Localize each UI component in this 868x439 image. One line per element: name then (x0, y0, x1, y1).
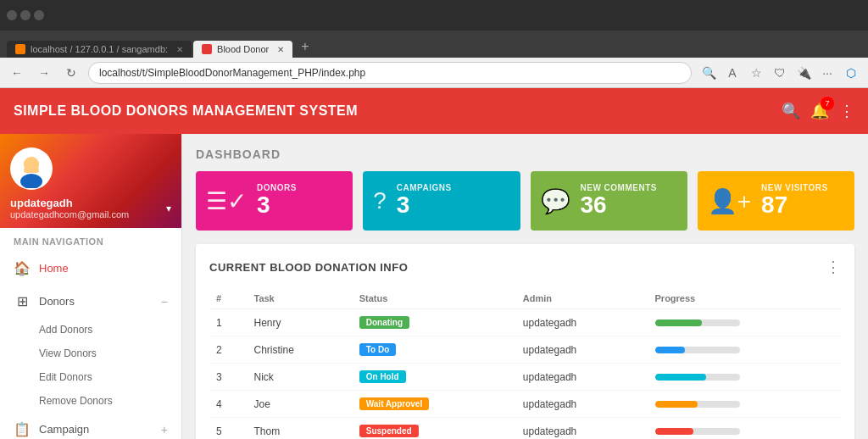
sidebar-item-home[interactable]: 🏠 Home (0, 252, 181, 285)
font-icon[interactable]: A (722, 63, 743, 83)
search-header-icon[interactable]: 🔍 (782, 102, 800, 120)
cell-progress (648, 309, 841, 336)
address-input[interactable]: localhost/t/SimpleBloodDonorManagement_P… (88, 62, 692, 84)
section-title: DASHBOARD (196, 147, 854, 161)
cell-num: 5 (209, 418, 247, 440)
maximize-btn[interactable] (20, 10, 31, 20)
cell-status: To Do (353, 336, 516, 364)
campaigns-stat-icon: ? (373, 187, 387, 214)
table-more-button[interactable]: ⋮ (826, 258, 841, 276)
progress-bar-fill (655, 320, 702, 326)
stat-card-campaigns: ? CAMPAIGNS 3 (363, 171, 520, 231)
progress-bar-bg (655, 428, 740, 435)
cell-task: Henry (247, 309, 352, 336)
app-body: updategadh updategadhcom@gmail.com ▾ MAI… (0, 134, 868, 439)
address-bar-row: ← → ↻ localhost/t/SimpleBloodDonorManage… (0, 58, 868, 88)
stat-card-donors: ☰✓ DONORS 3 (196, 171, 353, 231)
table-card: CURRENT BLOOD DONATION INFO ⋮ # Task Sta… (196, 244, 854, 439)
browser-chrome (0, 0, 868, 31)
reload-button[interactable]: ↻ (61, 63, 81, 83)
table-header: # Task Status Admin Progress (209, 288, 841, 309)
tab-close-sangam[interactable]: ✕ (176, 45, 183, 54)
app-title: SIMPLE BLOOD DONORS MANAGEMENT SYSTEM (14, 103, 358, 119)
minimize-btn[interactable] (7, 10, 17, 20)
user-info: updategadh updategadhcom@gmail.com (10, 197, 129, 220)
main-content: DASHBOARD ☰✓ DONORS 3 ? CAMPAIGNS 3 (182, 134, 868, 439)
cell-progress (648, 364, 841, 391)
col-task: Task (247, 288, 352, 309)
cell-num: 2 (209, 336, 247, 364)
sub-nav-remove-donors[interactable]: Remove Donors (0, 389, 181, 413)
cell-status: Suspended (353, 418, 516, 440)
stat-card-visitors: 👤+ NEW VISITORS 87 (698, 171, 854, 231)
progress-bar-bg (655, 320, 740, 326)
progress-bar-fill (655, 428, 693, 435)
cell-progress (648, 336, 841, 364)
status-badge: To Do (359, 343, 397, 356)
cell-admin: updategadh (516, 418, 648, 440)
address-text: localhost/t/SimpleBloodDonorManagement_P… (99, 67, 365, 79)
comments-stat-label: NEW COMMENTS (581, 183, 657, 192)
notification-icon[interactable]: 🔔 7 (810, 102, 829, 120)
sub-nav-edit-donors[interactable]: Edit Donors (0, 365, 181, 389)
campaign-icon: 📋 (14, 421, 31, 437)
user-email: updategadhcom@gmail.com (10, 209, 129, 220)
extension-icon[interactable]: 🔌 (793, 63, 814, 83)
progress-bar-bg (655, 401, 740, 408)
star-icon[interactable]: ☆ (746, 63, 766, 83)
status-badge: Suspended (359, 425, 419, 437)
stat-cards: ☰✓ DONORS 3 ? CAMPAIGNS 3 💬 (196, 171, 854, 231)
home-icon: 🏠 (14, 260, 31, 276)
sidebar-item-donors[interactable]: ⊞ Donors − (0, 285, 181, 318)
col-progress: Progress (648, 288, 841, 309)
cell-task: Thom (247, 418, 352, 440)
sub-nav-add-donors[interactable]: Add Donors (0, 318, 181, 342)
campaign-label: Campaign (39, 423, 153, 436)
more-icon[interactable]: ··· (817, 63, 837, 83)
donors-sub-nav: Add Donors View Donors Edit Donors Remov… (0, 318, 181, 413)
stat-card-comments: 💬 NEW COMMENTS 36 (531, 171, 687, 231)
shield-icon[interactable]: 🛡 (770, 63, 790, 83)
nav-label: MAIN NAVIGATION (0, 228, 181, 252)
tab-blooddonor[interactable]: Blood Donor ✕ (193, 41, 292, 58)
edge-icon[interactable]: ⬡ (841, 63, 861, 83)
tab-close-blood[interactable]: ✕ (277, 45, 284, 54)
donation-table: # Task Status Admin Progress 1 Henry Don… (209, 288, 841, 439)
col-num: # (209, 288, 247, 309)
sidebar-item-campaign[interactable]: 📋 Campaign + (0, 413, 181, 439)
donors-icon: ⊞ (14, 293, 31, 309)
menu-dots-icon[interactable]: ⋮ (839, 102, 854, 120)
progress-bar-fill (655, 401, 698, 408)
cell-task: Nick (247, 364, 352, 391)
new-tab-button[interactable]: + (294, 36, 315, 58)
tab-label-sangam: localhost / 127.0.0.1 / sangamdb: (31, 44, 168, 54)
col-admin: Admin (516, 288, 648, 309)
visitors-stat-icon: 👤+ (708, 187, 751, 215)
app: SIMPLE BLOOD DONORS MANAGEMENT SYSTEM 🔍 … (0, 88, 868, 439)
tab-bar: localhost / 127.0.0.1 / sangamdb: ✕ Bloo… (0, 31, 868, 58)
status-badge: On Hold (359, 370, 406, 383)
edit-donors-label: Edit Donors (39, 371, 92, 383)
forward-button[interactable]: → (34, 63, 54, 83)
add-donors-label: Add Donors (39, 324, 92, 336)
search-icon[interactable]: 🔍 (698, 63, 719, 83)
status-badge: Donating (359, 316, 409, 329)
tab-favicon-sangam (15, 44, 25, 54)
view-donors-label: View Donors (39, 347, 97, 359)
close-btn[interactable] (34, 10, 44, 20)
visitors-stat-label: NEW VISITORS (761, 183, 828, 192)
tab-sangam[interactable]: localhost / 127.0.0.1 / sangamdb: ✕ (7, 41, 192, 58)
cell-num: 4 (209, 391, 247, 418)
cell-progress (648, 418, 841, 440)
back-button[interactable]: ← (7, 63, 27, 83)
donors-label: Donors (39, 295, 153, 308)
campaigns-stat-value: 3 (397, 192, 452, 219)
cell-admin: updategadh (516, 309, 648, 336)
user-dropdown-icon[interactable]: ▾ (166, 203, 171, 214)
table-body: 1 Henry Donating updategadh 2 Christine … (209, 309, 841, 440)
sub-nav-view-donors[interactable]: View Donors (0, 342, 181, 365)
cell-status: On Hold (353, 364, 516, 391)
header-icons: 🔍 🔔 7 ⋮ (782, 102, 854, 120)
cell-status: Wait Approvel (353, 391, 516, 418)
table-row: 5 Thom Suspended updategadh (209, 418, 841, 440)
